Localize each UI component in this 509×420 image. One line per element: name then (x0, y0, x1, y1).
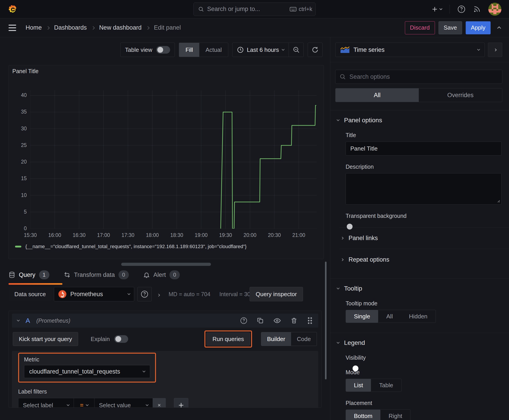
operator-dropdown[interactable]: = (74, 398, 94, 408)
query-help-icon[interactable] (240, 317, 247, 324)
search-input[interactable] (207, 6, 287, 13)
bell-icon (143, 271, 150, 278)
zoom-out-icon[interactable] (289, 43, 304, 57)
edit-panel-main: Table view Fill Actual Last 6 hours (0, 37, 330, 420)
alert-count-badge: 0 (169, 270, 180, 279)
datasource-select[interactable]: Prometheus (54, 287, 134, 301)
tab-all[interactable]: All (335, 88, 419, 102)
duplicate-query-icon[interactable] (257, 317, 264, 324)
tab-transform-data[interactable]: Transform data 0 (64, 270, 129, 285)
datasource-row: Data source Prometheus MD = auto = 704 I… (8, 287, 330, 301)
x-tick-label: 20:00 (240, 232, 260, 238)
tooltip-single[interactable]: Single (346, 310, 378, 323)
resize-handle[interactable] (121, 263, 211, 266)
options-search-input[interactable] (349, 73, 498, 80)
breadcrumb-dashboards[interactable]: Dashboards (54, 24, 87, 31)
discard-button[interactable]: Discard (405, 21, 435, 34)
select-value-dropdown[interactable]: Select value (94, 398, 153, 408)
legend-mode-list[interactable]: List (346, 379, 371, 391)
time-series-icon (341, 47, 349, 53)
tooltip-section: Tooltip Tooltip mode Single All Hidden (330, 278, 509, 323)
apply-button[interactable]: Apply (466, 21, 491, 34)
fill-tab[interactable]: Fill (179, 43, 199, 57)
grafana-logo-icon[interactable] (8, 4, 18, 15)
panel-title-input[interactable] (346, 142, 501, 156)
save-button[interactable]: Save (439, 21, 462, 34)
expand-row-icon[interactable] (158, 291, 160, 298)
tooltip-hidden[interactable]: Hidden (401, 310, 435, 323)
panel-links-row[interactable]: Panel links (339, 227, 509, 249)
transform-count-badge: 0 (119, 270, 129, 279)
description-textarea[interactable] (346, 173, 501, 205)
collapse-options-icon[interactable] (498, 24, 501, 31)
panel-title[interactable]: Panel Title (12, 68, 38, 75)
tooltip-heading[interactable]: Tooltip (330, 285, 509, 292)
panel-toolbar: Table view Fill Actual Last 6 hours (0, 43, 322, 57)
interval: Interval = 30s (219, 291, 253, 298)
panel-options-heading[interactable]: Panel options (330, 117, 509, 124)
explain-toggle[interactable] (114, 335, 128, 343)
tooltip-mode-segmented: Single All Hidden (346, 310, 436, 323)
add-filter-icon[interactable] (174, 398, 188, 408)
x-tick-label: 19:00 (191, 232, 211, 238)
time-range-picker[interactable]: Last 6 hours (233, 43, 289, 57)
visualization-select[interactable]: Time series (335, 43, 485, 57)
delete-query-icon[interactable] (290, 317, 298, 324)
tooltip-mode-label: Tooltip mode (346, 300, 509, 307)
query-row-header[interactable]: A (Prometheus) (12, 314, 318, 328)
news-icon[interactable] (473, 5, 481, 13)
select-label-dropdown[interactable]: Select label (18, 398, 74, 408)
options-filter-tabs: All Overrides (335, 88, 502, 102)
builder-code-segmented: Builder Code (261, 332, 317, 346)
breadcrumb-bar: Home Dashboards New dashboard Edit panel… (0, 18, 509, 37)
legend-mode-label: Mode (346, 369, 509, 375)
collapse-sidebar-icon[interactable] (488, 43, 502, 57)
drag-query-icon[interactable] (307, 317, 313, 324)
metric-select[interactable]: cloudflared_tunnel_total_requests (24, 365, 150, 378)
actual-tab[interactable]: Actual (199, 43, 228, 57)
query-inspector-button[interactable]: Query inspector (250, 287, 303, 301)
datasource-help-icon[interactable] (137, 287, 152, 301)
x-tick-label: 16:30 (69, 232, 89, 238)
refresh-icon[interactable] (308, 43, 322, 57)
datasource-name: Prometheus (70, 291, 124, 298)
y-tick-label: 5 (12, 209, 27, 215)
legend-heading[interactable]: Legend (330, 339, 509, 346)
tab-overrides[interactable]: Overrides (419, 88, 502, 102)
collapse-query-icon[interactable] (17, 319, 20, 322)
tab-query[interactable]: Query 1 (8, 270, 49, 285)
remove-filter-icon[interactable] (153, 398, 166, 408)
run-queries-button[interactable]: Run queries (206, 332, 250, 345)
chevron-right-icon (91, 26, 95, 30)
code-tab[interactable]: Code (291, 332, 317, 346)
breadcrumb-new-dashboard[interactable]: New dashboard (99, 24, 142, 31)
clock-icon (237, 46, 244, 53)
tab-alert[interactable]: Alert 0 (143, 270, 180, 285)
legend-section: Legend Visibility Mode List Table Placem… (330, 333, 509, 420)
kick-start-button[interactable]: Kick start your query (13, 332, 78, 346)
breadcrumb-home[interactable]: Home (26, 24, 42, 31)
explain-label: Explain (91, 336, 110, 343)
x-tick-label: 16:00 (45, 232, 65, 238)
placement-bottom[interactable]: Bottom (346, 410, 380, 420)
scrollbar[interactable] (325, 262, 327, 379)
new-dropdown-button[interactable] (431, 6, 442, 13)
user-avatar[interactable] (488, 3, 501, 16)
menu-icon[interactable] (8, 25, 16, 31)
legend-mode-table[interactable]: Table (371, 379, 401, 391)
tooltip-all[interactable]: All (378, 310, 401, 323)
repeat-options-row[interactable]: Repeat options (339, 249, 509, 270)
global-search[interactable]: ctrl+k (193, 2, 316, 16)
database-icon (8, 271, 15, 278)
x-tick-label: 17:30 (118, 232, 138, 238)
builder-tab[interactable]: Builder (261, 332, 291, 346)
y-tick-label: 20 (12, 159, 27, 165)
placement-right[interactable]: Right (380, 410, 410, 420)
hide-query-icon[interactable] (273, 317, 281, 324)
transform-icon (64, 271, 70, 278)
breadcrumb-edit-panel: Edit panel (154, 24, 181, 31)
options-search[interactable] (335, 70, 502, 84)
table-view-toggle[interactable] (156, 46, 170, 54)
help-icon[interactable] (457, 5, 465, 13)
legend-item[interactable]: {__name__="cloudflared_tunnel_total_requ… (15, 244, 247, 249)
